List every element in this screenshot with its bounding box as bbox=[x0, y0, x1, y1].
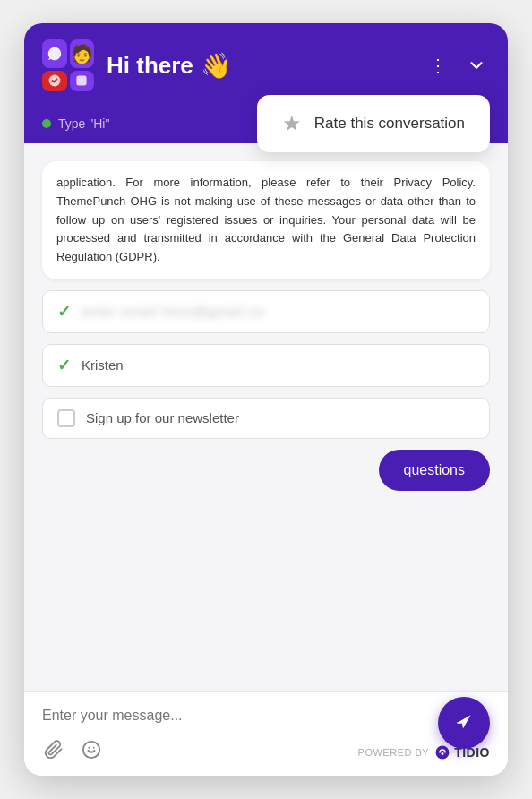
newsletter-checkbox[interactable] bbox=[57, 409, 75, 427]
newsletter-label: Sign up for our newsletter bbox=[86, 410, 239, 425]
svg-point-6 bbox=[442, 752, 444, 755]
svg-point-3 bbox=[88, 747, 90, 749]
title-text: Hi there bbox=[107, 52, 193, 80]
questions-button[interactable]: questions bbox=[379, 450, 491, 491]
message-text: application. For more information, pleas… bbox=[56, 174, 476, 267]
emoji-icon bbox=[82, 740, 101, 760]
logo-cell-3 bbox=[42, 71, 67, 92]
more-options-button[interactable]: ⋮ bbox=[425, 51, 450, 80]
wave-emoji: 👋 bbox=[201, 51, 232, 81]
email-value: enter email here@gmail.co bbox=[82, 304, 475, 319]
logo-cell-2: 🧑 bbox=[70, 39, 95, 68]
star-icon: ★ bbox=[282, 111, 302, 136]
attach-button[interactable] bbox=[42, 738, 65, 767]
newsletter-field[interactable]: Sign up for our newsletter bbox=[42, 398, 490, 439]
chevron-down-icon bbox=[467, 56, 486, 75]
emoji-button[interactable] bbox=[80, 738, 103, 767]
more-icon: ⋮ bbox=[429, 55, 447, 76]
name-field[interactable]: ✓ Kristen bbox=[42, 344, 490, 387]
logo-cell-1 bbox=[42, 39, 67, 68]
message-input[interactable] bbox=[42, 704, 490, 733]
message-bubble: application. For more information, pleas… bbox=[42, 161, 490, 279]
send-button[interactable] bbox=[438, 697, 490, 749]
name-value: Kristen bbox=[82, 357, 475, 373]
email-check-icon: ✓ bbox=[57, 302, 71, 322]
logo-cell-4 bbox=[70, 71, 95, 92]
svg-point-4 bbox=[93, 747, 95, 749]
rate-popup-text: Rate this conversation bbox=[314, 115, 465, 133]
online-status-dot bbox=[42, 119, 51, 128]
name-check-icon: ✓ bbox=[57, 356, 71, 375]
collapse-button[interactable] bbox=[463, 52, 490, 79]
header-title-area: Hi there 👋 bbox=[107, 51, 425, 81]
svg-rect-1 bbox=[77, 76, 87, 86]
chat-header: 🧑 Hi there 👋 ⋮ bbox=[24, 23, 508, 107]
rate-popup[interactable]: ★ Rate this conversation bbox=[257, 95, 490, 152]
tidio-logo-icon bbox=[434, 744, 450, 760]
paperclip-icon bbox=[44, 740, 64, 760]
header-title: Hi there 👋 bbox=[107, 51, 425, 81]
email-field[interactable]: ✓ enter email here@gmail.co bbox=[42, 290, 490, 333]
chat-input-area: POWERED BY TIDIO bbox=[24, 692, 508, 776]
svg-point-2 bbox=[83, 742, 99, 758]
input-toolbar: POWERED BY TIDIO bbox=[42, 738, 490, 767]
header-actions: ⋮ bbox=[425, 51, 490, 80]
input-icons bbox=[42, 738, 103, 767]
status-text: Type "Hi" bbox=[58, 116, 109, 131]
powered-by-text: POWERED BY bbox=[358, 747, 430, 758]
brand-logo: 🧑 bbox=[42, 39, 94, 91]
chat-body: application. For more information, pleas… bbox=[24, 143, 508, 691]
send-icon bbox=[452, 711, 476, 735]
